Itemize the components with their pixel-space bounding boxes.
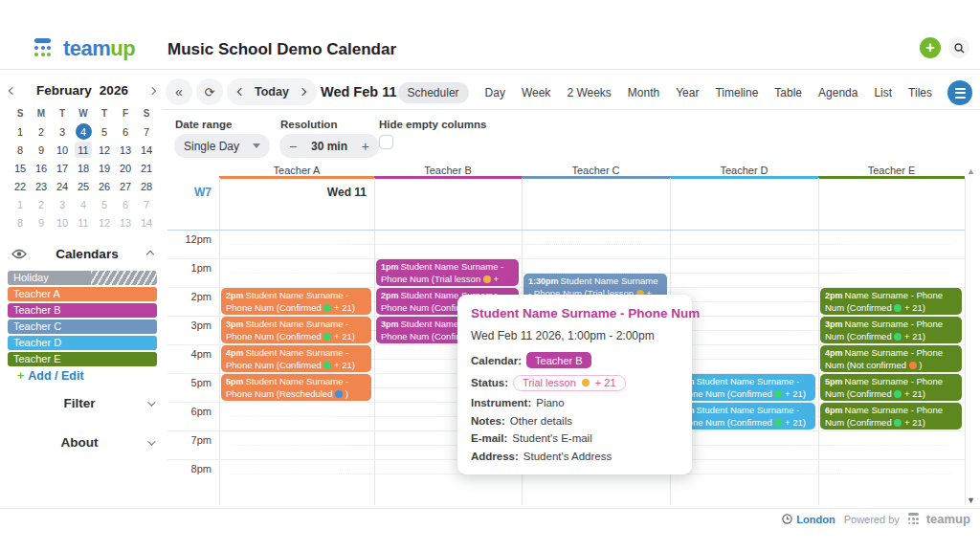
- view-tab-timeline[interactable]: Timeline: [715, 86, 758, 99]
- mini-cal-day[interactable]: 13: [115, 213, 136, 231]
- mini-cal-day[interactable]: 26: [94, 177, 115, 195]
- mini-cal-prev-icon[interactable]: [9, 86, 16, 94]
- about-section[interactable]: About: [11, 435, 153, 450]
- jump-back-button[interactable]: «: [166, 78, 192, 105]
- mini-cal-day[interactable]: 4: [73, 195, 94, 213]
- view-tab-table[interactable]: Table: [774, 86, 802, 99]
- resolution-plus-button[interactable]: +: [362, 139, 369, 154]
- search-button[interactable]: [948, 37, 969, 58]
- mini-cal-day[interactable]: 11: [73, 213, 94, 231]
- view-tab-agenda[interactable]: Agenda: [818, 86, 858, 99]
- footer-teamup-link[interactable]: teamup: [908, 512, 970, 526]
- event[interactable]: 1pmStudent Name Surname - Phone Num (Tri…: [376, 259, 519, 286]
- refresh-button[interactable]: ⟳: [196, 78, 223, 105]
- event[interactable]: 5pmStudent Name Surname - Phone Num (Res…: [221, 374, 371, 401]
- view-tab-scheduler[interactable]: Scheduler: [398, 82, 469, 103]
- mini-cal-day[interactable]: 3: [52, 195, 73, 213]
- mini-cal-day[interactable]: 18: [73, 159, 94, 177]
- calendars-collapse-icon[interactable]: [146, 250, 154, 257]
- mini-calendar-header: February2026: [10, 83, 155, 98]
- mini-cal-day[interactable]: 24: [52, 177, 73, 195]
- mini-cal-day[interactable]: 25: [73, 177, 94, 195]
- mini-cal-day[interactable]: 10: [52, 141, 73, 159]
- resolution-minus-button[interactable]: −: [289, 139, 297, 154]
- mini-cal-day[interactable]: 2: [31, 122, 52, 141]
- mini-cal-day[interactable]: 11: [73, 141, 94, 159]
- view-tab-list[interactable]: List: [874, 86, 892, 99]
- hide-empty-columns-checkbox[interactable]: [379, 135, 393, 149]
- mini-cal-day[interactable]: 19: [94, 159, 115, 177]
- status-dot-icon: [323, 362, 331, 369]
- view-tab-day[interactable]: Day: [485, 86, 505, 99]
- teamup-logo-icon[interactable]: [34, 38, 57, 59]
- event[interactable]: 3pmName Surname - Phone Num (Confirmed +…: [820, 317, 962, 343]
- scroll-down-icon[interactable]: ▼: [967, 496, 975, 505]
- event[interactable]: 5pmName Surname - Phone Num (Confirmed +…: [820, 374, 962, 401]
- timezone-link[interactable]: London: [782, 514, 835, 525]
- mini-cal-day[interactable]: 8: [10, 141, 31, 159]
- mini-cal-day[interactable]: 14: [136, 141, 157, 159]
- event[interactable]: 2pmName Surname - Phone Num (Confirmed +…: [820, 288, 962, 315]
- filter-section[interactable]: Filter: [11, 396, 153, 410]
- mini-cal-day[interactable]: 20: [115, 159, 136, 177]
- calendar-item-teacher-a[interactable]: Teacher A: [8, 287, 157, 301]
- menu-button[interactable]: [947, 80, 972, 105]
- event[interactable]: 2pmStudent Name Surname - Phone Num (Con…: [221, 288, 371, 315]
- mini-cal-day[interactable]: 16: [31, 159, 52, 177]
- mini-cal-day[interactable]: 7: [136, 122, 157, 141]
- mini-cal-day[interactable]: 12: [94, 141, 115, 159]
- hide-empty-columns-label: Hide empty columns: [379, 119, 486, 130]
- calendar-item-teacher-d[interactable]: Teacher D: [8, 336, 157, 350]
- event[interactable]: 5pmStudent Name Surname - Phone Num (Con…: [672, 374, 815, 401]
- event[interactable]: 6pmName Surname - Phone Num (Confirmed +…: [820, 403, 962, 430]
- add-edit-calendars-link[interactable]: +Add / Edit: [17, 369, 84, 383]
- refresh-icon: ⟳: [205, 85, 215, 99]
- event[interactable]: 3pmStudent Name Surname - Phone Num (Con…: [221, 317, 371, 343]
- calendar-item-teacher-e[interactable]: Teacher E: [8, 352, 157, 366]
- view-tab-year[interactable]: Year: [676, 86, 699, 99]
- next-day-icon[interactable]: [299, 88, 306, 96]
- prev-day-icon[interactable]: [237, 88, 245, 96]
- mini-cal-day[interactable]: 4: [73, 122, 94, 141]
- mini-cal-day[interactable]: 3: [52, 122, 73, 141]
- mini-cal-day[interactable]: 7: [136, 195, 157, 213]
- mini-cal-day[interactable]: 8: [10, 213, 31, 231]
- event[interactable]: 6pmStudent Name Surname - Phone Num (Con…: [672, 403, 815, 430]
- eye-icon[interactable]: [11, 249, 27, 259]
- mini-cal-day[interactable]: 6: [115, 122, 136, 141]
- date-range-select[interactable]: Single Day: [174, 134, 270, 158]
- mini-cal-day[interactable]: 5: [94, 122, 115, 141]
- mini-cal-day[interactable]: 28: [136, 177, 157, 195]
- view-tab-month[interactable]: Month: [628, 86, 659, 99]
- mini-cal-day[interactable]: 21: [136, 159, 157, 177]
- mini-cal-day[interactable]: 27: [115, 177, 136, 195]
- view-tab-week[interactable]: Week: [522, 86, 550, 99]
- mini-cal-day[interactable]: 9: [31, 141, 52, 159]
- view-tab-tiles[interactable]: Tiles: [908, 86, 932, 99]
- event[interactable]: 4pmStudent Name Surname - Phone Num (Con…: [221, 345, 371, 372]
- mini-cal-day[interactable]: 2: [31, 195, 52, 213]
- mini-cal-day[interactable]: 6: [115, 195, 136, 213]
- calendar-item-teacher-c[interactable]: Teacher C: [8, 320, 157, 334]
- view-tab-2-weeks[interactable]: 2 Weeks: [567, 86, 611, 99]
- scroll-up-icon[interactable]: ▲: [967, 166, 975, 176]
- event[interactable]: 4pmName Surname - Phone Num (Not confirm…: [820, 345, 962, 372]
- teamup-brand-text[interactable]: teamup: [63, 36, 135, 61]
- mini-cal-day[interactable]: 9: [31, 213, 52, 231]
- mini-cal-day[interactable]: 10: [52, 213, 73, 231]
- calendar-item-holiday[interactable]: Holiday: [8, 271, 157, 285]
- add-event-button[interactable]: +: [920, 37, 941, 58]
- mini-cal-day[interactable]: 22: [10, 177, 31, 195]
- mini-cal-day[interactable]: 23: [31, 177, 52, 195]
- mini-cal-day[interactable]: 14: [136, 213, 157, 231]
- mini-cal-day[interactable]: 12: [94, 213, 115, 231]
- mini-cal-day[interactable]: 5: [94, 195, 115, 213]
- mini-cal-day[interactable]: 13: [115, 141, 136, 159]
- mini-cal-day[interactable]: 1: [10, 122, 31, 141]
- calendar-item-teacher-b[interactable]: Teacher B: [8, 303, 157, 318]
- mini-cal-day[interactable]: 1: [10, 195, 31, 213]
- mini-cal-day[interactable]: 15: [10, 159, 31, 177]
- today-button[interactable]: Today: [255, 85, 289, 99]
- mini-cal-day[interactable]: 17: [52, 159, 73, 177]
- mini-cal-next-icon[interactable]: [148, 86, 156, 94]
